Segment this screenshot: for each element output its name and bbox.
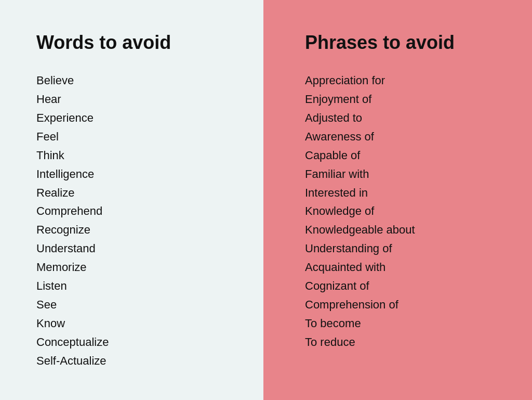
list-item: Hear [36, 91, 232, 108]
list-item: Interested in [305, 185, 501, 201]
phrases-list: Appreciation forEnjoyment ofAdjusted toA… [305, 72, 501, 350]
list-item: Enjoyment of [305, 91, 501, 108]
list-item: Recognize [36, 222, 232, 238]
list-item: Self-Actualize [36, 353, 232, 369]
phrases-panel: Phrases to avoid Appreciation forEnjoyme… [263, 0, 532, 400]
list-item: Intelligence [36, 166, 232, 183]
list-item: Adjusted to [305, 110, 501, 126]
list-item: Cognizant of [305, 278, 501, 294]
phrases-title: Phrases to avoid [305, 31, 501, 54]
list-item: Comprehension of [305, 296, 501, 313]
list-item: Familiar with [305, 166, 501, 183]
list-item: Comprehend [36, 203, 232, 220]
list-item: Appreciation for [305, 72, 501, 89]
list-item: Listen [36, 278, 232, 294]
list-item: See [36, 296, 232, 313]
list-item: Knowledgeable about [305, 222, 501, 238]
list-item: Knowledge of [305, 203, 501, 220]
words-list: BelieveHearExperienceFeelThinkIntelligen… [36, 72, 232, 369]
list-item: Understand [36, 240, 232, 257]
list-item: Awareness of [305, 128, 501, 145]
list-item: Know [36, 315, 232, 332]
list-item: Memorize [36, 259, 232, 276]
list-item: Think [36, 147, 232, 164]
list-item: Conceptualize [36, 334, 232, 351]
list-item: Understanding of [305, 240, 501, 257]
list-item: Capable of [305, 147, 501, 164]
words-panel: Words to avoid BelieveHearExperienceFeel… [0, 0, 263, 400]
words-title: Words to avoid [36, 31, 232, 54]
list-item: Feel [36, 128, 232, 145]
list-item: Acquainted with [305, 259, 501, 276]
list-item: Experience [36, 110, 232, 126]
list-item: To reduce [305, 334, 501, 351]
list-item: Believe [36, 72, 232, 89]
list-item: To become [305, 315, 501, 332]
list-item: Realize [36, 185, 232, 201]
